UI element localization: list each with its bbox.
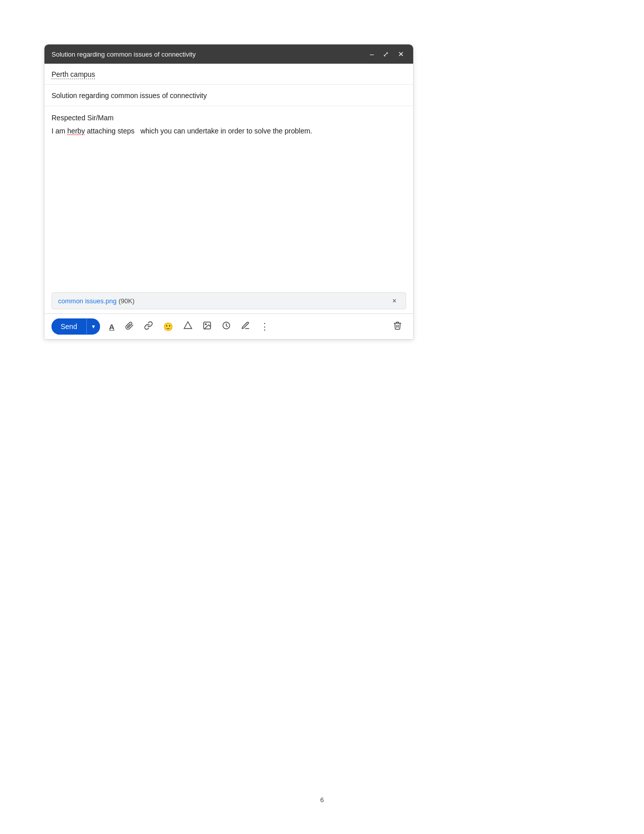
more-options-button[interactable]: ⋮ <box>256 318 274 335</box>
toolbar-right <box>389 318 406 335</box>
close-button[interactable]: ✕ <box>396 50 406 59</box>
attach-file-button[interactable] <box>121 318 138 335</box>
page-number: 6 <box>320 796 324 804</box>
trash-icon <box>393 323 402 332</box>
window-title: Solution regarding common issues of conn… <box>52 51 368 58</box>
emoji-icon: 🙂 <box>163 322 173 332</box>
subject-value: Solution regarding common issues of conn… <box>52 91 406 100</box>
attachment-bar: common issues.png (90K) × <box>52 292 406 309</box>
to-field[interactable]: Perth campus <box>44 64 413 85</box>
attachment-close-button[interactable]: × <box>389 296 400 306</box>
schedule-icon <box>222 321 231 332</box>
attachment-info: common issues.png (90K) <box>58 297 134 305</box>
drive-button[interactable] <box>179 318 196 335</box>
send-dropdown-button[interactable]: ▾ <box>86 319 100 334</box>
attachment-size: (90K) <box>119 297 135 305</box>
compose-text-area[interactable]: Respected Sir/Mam I am herby attaching s… <box>44 106 413 288</box>
attachment-name: common issues.png <box>58 297 117 305</box>
drive-icon <box>183 321 192 332</box>
attach-file-icon <box>125 321 134 332</box>
minimize-button[interactable]: – <box>368 50 376 59</box>
compose-body: Perth campus Solution regarding common i… <box>44 64 413 339</box>
subject-field[interactable]: Solution regarding common issues of conn… <box>44 85 413 106</box>
image-icon <box>203 321 212 332</box>
signature-button[interactable] <box>237 318 254 335</box>
compose-toolbar: Send ▾ A <box>44 313 413 339</box>
svg-point-2 <box>205 323 206 325</box>
format-text-icon: A <box>109 322 115 331</box>
window-header: Solution regarding common issues of conn… <box>44 44 413 64</box>
emoji-button[interactable]: 🙂 <box>159 319 177 335</box>
schedule-send-button[interactable] <box>218 318 235 335</box>
send-button-group: Send ▾ <box>52 318 100 335</box>
body-text: I am herby attaching steps which you can… <box>52 125 406 136</box>
compose-window: Solution regarding common issues of conn… <box>44 44 413 339</box>
pen-icon <box>241 321 250 332</box>
to-value: Perth campus <box>52 70 406 78</box>
insert-image-button[interactable] <box>199 318 216 335</box>
more-icon: ⋮ <box>260 321 270 332</box>
toolbar-left: Send ▾ A <box>52 318 274 335</box>
delete-button[interactable] <box>389 318 406 335</box>
svg-marker-0 <box>184 322 191 329</box>
expand-button[interactable]: ⤢ <box>381 50 391 59</box>
format-text-button[interactable]: A <box>105 319 119 334</box>
link-icon <box>144 321 153 332</box>
send-button[interactable]: Send <box>52 318 86 335</box>
salutation: Respected Sir/Mam <box>52 112 406 123</box>
insert-link-button[interactable] <box>140 318 157 335</box>
window-controls: – ⤢ ✕ <box>368 50 406 59</box>
herby-word: herby <box>67 127 85 135</box>
page-container: Solution regarding common issues of conn… <box>0 0 644 834</box>
